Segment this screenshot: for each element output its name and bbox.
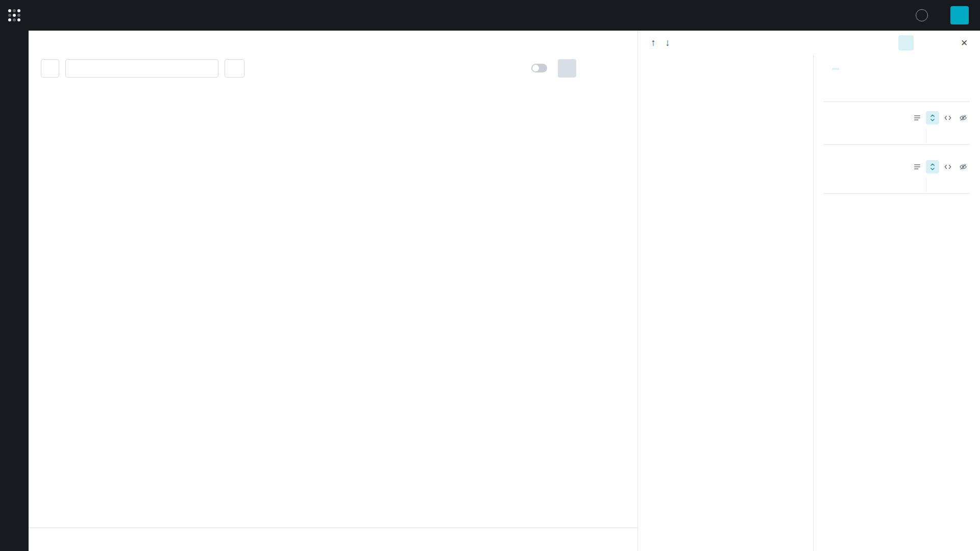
prev-call-button[interactable]: ↑ (646, 36, 660, 50)
refresh-button[interactable] (41, 59, 59, 78)
filter-button[interactable] (225, 59, 244, 78)
call-side-panel: ↑ ↓ ✕ (638, 31, 980, 551)
output-value-column-header (926, 178, 970, 193)
next-page-button[interactable] (85, 534, 96, 545)
wandb-logo[interactable] (0, 9, 29, 21)
compare-button[interactable] (558, 59, 576, 78)
export-icon[interactable] (582, 59, 601, 78)
traces-table-wrap (29, 80, 638, 528)
call-detail-panel (813, 55, 980, 551)
inputs-value-column-header (926, 129, 970, 144)
output-table-header (824, 178, 970, 194)
signup-button[interactable] (950, 6, 969, 24)
hide-values-icon[interactable] (957, 160, 970, 173)
call-detail-header (824, 55, 970, 82)
wandb-logo-dots (8, 9, 20, 21)
inputs-section-header (824, 111, 970, 124)
next-call-button[interactable]: ↓ (660, 36, 675, 50)
call-id-badge (832, 68, 839, 70)
fullscreen-icon[interactable] (937, 35, 952, 51)
pagination (29, 528, 638, 551)
expand-values-icon[interactable] (926, 111, 939, 124)
traces-main (29, 31, 638, 551)
sidebar (0, 31, 29, 551)
list-view-icon[interactable] (911, 160, 924, 173)
previous-page-button[interactable] (51, 534, 62, 545)
hide-values-icon[interactable] (957, 111, 970, 124)
traces-toolbar (29, 56, 638, 80)
tree-view-icon[interactable] (898, 35, 914, 51)
code-view-icon[interactable] (941, 111, 954, 124)
column-settings-icon[interactable] (607, 59, 625, 78)
output-section-header (824, 160, 970, 173)
weave-app: ↑ ↓ ✕ (0, 0, 980, 551)
trace-tree-panel (638, 55, 813, 551)
op-version-select[interactable] (65, 59, 218, 78)
topbar-right (916, 6, 980, 24)
more-options-icon[interactable] (957, 62, 970, 76)
call-panel-header: ↑ ↓ ✕ (638, 31, 980, 55)
close-icon[interactable]: ✕ (957, 35, 972, 51)
edit-pencil-icon[interactable] (918, 35, 933, 51)
list-view-icon[interactable] (911, 111, 924, 124)
call-detail-tabs (824, 82, 970, 102)
code-view-icon[interactable] (941, 160, 954, 173)
inputs-table-header (824, 129, 970, 145)
help-icon[interactable] (916, 9, 928, 21)
topbar (0, 0, 980, 31)
metrics-toggle[interactable] (531, 64, 547, 72)
expand-values-icon[interactable] (926, 160, 939, 173)
